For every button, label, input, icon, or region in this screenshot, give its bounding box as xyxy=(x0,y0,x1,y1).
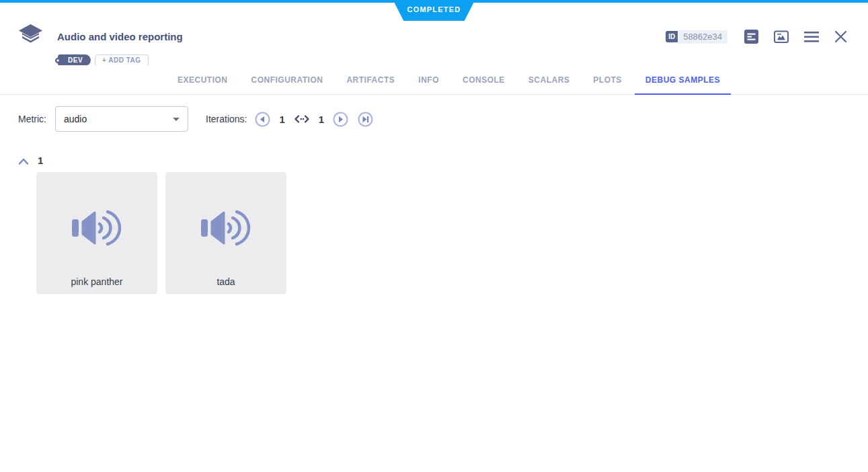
tab-info[interactable]: INFO xyxy=(407,65,450,95)
iteration-range-icon xyxy=(294,114,310,124)
chevron-down-icon xyxy=(173,118,180,121)
sample-grid: pink panther tada xyxy=(36,172,286,294)
add-tag-label: + ADD TAG xyxy=(102,56,141,64)
debug-samples-controls: Metric: audio Iterations: 1 1 xyxy=(18,106,373,132)
circle-arrow-right-icon xyxy=(333,112,348,127)
tab-plots[interactable]: PLOTS xyxy=(582,65,633,95)
id-badge: ID xyxy=(666,31,678,42)
sample-title: pink panther xyxy=(71,276,122,287)
last-iteration-button[interactable] xyxy=(358,112,373,127)
metric-select[interactable]: audio xyxy=(55,106,188,132)
experiment-icon xyxy=(18,24,43,49)
chevron-up-icon xyxy=(18,158,29,165)
tab-configuration[interactable]: CONFIGURATION xyxy=(241,65,334,95)
tab-bar: EXECUTION CONFIGURATION ARTIFACTS INFO C… xyxy=(0,65,868,95)
metric-value: audio xyxy=(64,114,173,124)
id-value: 58862e34 xyxy=(678,30,727,44)
close-icon xyxy=(834,30,847,43)
prev-iteration-button[interactable] xyxy=(255,112,270,127)
tab-execution[interactable]: EXECUTION xyxy=(167,65,239,95)
iterations-label: Iterations: xyxy=(206,114,247,124)
circle-arrow-left-icon xyxy=(255,112,270,127)
group-label: 1 xyxy=(38,155,43,166)
iteration-end-value: 1 xyxy=(317,114,325,125)
page-title: Audio and video reporting xyxy=(57,31,183,42)
tag-dev[interactable]: DEV xyxy=(58,54,91,66)
iteration-group-header: 1 xyxy=(18,155,43,166)
iteration-start-value: 1 xyxy=(278,114,286,125)
status-label: COMPLETED xyxy=(407,5,461,15)
add-tag-button[interactable]: + ADD TAG xyxy=(95,54,149,66)
list-lines-icon xyxy=(744,30,758,44)
speaker-icon xyxy=(200,172,251,276)
experiment-id: ID 58862e34 xyxy=(666,30,727,44)
tab-scalars[interactable]: SCALARS xyxy=(518,65,581,95)
iteration-navigator: 1 1 xyxy=(255,112,373,127)
circle-arrow-last-icon xyxy=(358,112,373,127)
tab-debug-samples[interactable]: DEBUG SAMPLES xyxy=(635,65,731,95)
next-iteration-button[interactable] xyxy=(333,112,348,127)
group-collapse-button[interactable] xyxy=(18,157,29,165)
details-panel-button[interactable] xyxy=(744,30,758,44)
hamburger-icon xyxy=(804,31,819,43)
speaker-icon xyxy=(71,172,122,276)
tab-console[interactable]: CONSOLE xyxy=(452,65,516,95)
close-button[interactable] xyxy=(834,30,847,43)
sample-title: tada xyxy=(216,276,235,287)
sample-card[interactable]: pink panther xyxy=(36,172,157,294)
status-ribbon: COMPLETED xyxy=(393,0,475,21)
tag-row: DEV + ADD TAG xyxy=(58,54,149,66)
tag-label: DEV xyxy=(68,56,83,64)
tag-tail-shape xyxy=(142,55,153,66)
tab-artifacts[interactable]: ARTIFACTS xyxy=(336,65,405,95)
metrics-view-button[interactable] xyxy=(774,30,789,44)
sample-card[interactable]: tada xyxy=(165,172,286,294)
chart-image-icon xyxy=(774,30,789,44)
menu-button[interactable] xyxy=(804,31,819,43)
header-actions: ID 58862e34 xyxy=(666,30,847,44)
metric-label: Metric: xyxy=(18,114,46,124)
